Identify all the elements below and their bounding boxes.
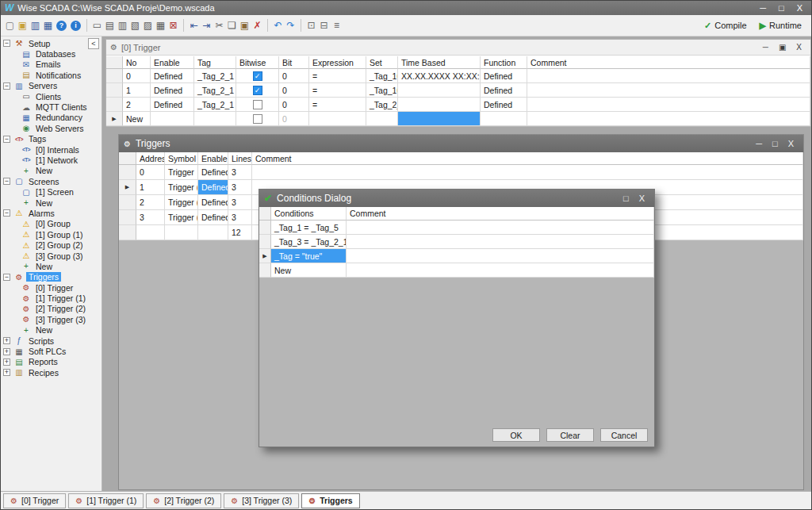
- cell-time-based[interactable]: [398, 83, 481, 98]
- cell-bitwise[interactable]: [236, 98, 279, 112]
- tree-item-tags[interactable]: −<T>Tags: [1, 134, 102, 144]
- cell-tag[interactable]: [194, 112, 236, 126]
- cell-time-based[interactable]: XX.XX.XXXX XX:XX:1X: [398, 69, 481, 83]
- cell-tag[interactable]: _Tag_2_1: [194, 69, 236, 83]
- column-header[interactable]: Lines: [228, 152, 252, 165]
- cell-symbol[interactable]: Trigger (2): [165, 195, 198, 210]
- row-selector-header[interactable]: [259, 207, 271, 220]
- tree-item-recipes[interactable]: +▥Recipes: [1, 367, 102, 378]
- cell-address[interactable]: 3: [136, 210, 165, 225]
- cell-lines[interactable]: 12: [228, 225, 252, 240]
- minimize-button[interactable]: ─: [760, 3, 766, 13]
- copy-icon[interactable]: ❏: [226, 19, 238, 33]
- new-screen-icon[interactable]: ▭: [91, 19, 103, 33]
- cell-address[interactable]: 1: [136, 180, 165, 195]
- tree-item-web-servers[interactable]: ◉Web Servers: [1, 123, 102, 133]
- cell-lines[interactable]: 3: [228, 165, 252, 180]
- cell-set[interactable]: _Tag_2_2: [366, 98, 398, 112]
- tree-item-databases[interactable]: ▤Databases: [1, 48, 102, 59]
- row-selector-header[interactable]: [119, 152, 136, 165]
- save-all-icon[interactable]: ▦: [42, 19, 54, 33]
- cell-comment[interactable]: [347, 263, 654, 278]
- cell-enable[interactable]: Defined: [198, 165, 228, 180]
- redo-icon[interactable]: ↷: [285, 19, 297, 33]
- tree-item-reports[interactable]: +▤Reports: [1, 357, 102, 367]
- tree-item-0-group[interactable]: ⚠[0] Group: [1, 219, 102, 229]
- screen-columns-icon[interactable]: ▥: [117, 19, 128, 33]
- tree-item-1-trigger-1[interactable]: ⚙[1] Trigger (1): [1, 293, 102, 303]
- cell-no[interactable]: 1: [123, 83, 151, 98]
- tab-0-trigger[interactable]: ⚙[0] Trigger: [3, 493, 66, 508]
- cell-conditions[interactable]: _Tag = "true": [271, 249, 347, 263]
- undo-icon[interactable]: ↶: [272, 19, 284, 33]
- tree-item-new[interactable]: +New: [1, 261, 102, 271]
- trigger-close-button[interactable]: X: [796, 43, 802, 52]
- cell-symbol[interactable]: Trigger (1): [165, 180, 198, 195]
- collapse-expander-icon[interactable]: −: [3, 178, 10, 185]
- row-selector[interactable]: [119, 210, 136, 225]
- cell-symbol[interactable]: Trigger (3): [165, 210, 198, 225]
- column-header[interactable]: No: [123, 56, 151, 69]
- close-button[interactable]: X: [797, 3, 802, 13]
- cancel-button[interactable]: Cancel: [600, 428, 648, 442]
- cell-bitwise[interactable]: ✓: [236, 69, 279, 83]
- screen-rows-icon[interactable]: ▤: [104, 19, 116, 33]
- tab-triggers[interactable]: ⚙Triggers: [301, 493, 359, 508]
- cell-enable[interactable]: [198, 225, 228, 240]
- cell-conditions[interactable]: _Tag_3 = _Tag_2_1: [271, 235, 347, 249]
- cell-bit[interactable]: 0: [279, 69, 309, 83]
- column-header[interactable]: Comment: [252, 152, 803, 165]
- clear-button[interactable]: Clear: [546, 428, 594, 442]
- open-project-icon[interactable]: ▣: [17, 19, 29, 33]
- help-icon[interactable]: ?: [56, 21, 67, 31]
- cell-lines[interactable]: 3: [228, 195, 252, 210]
- cell-enable[interactable]: Defined: [151, 69, 194, 83]
- cell-time-based[interactable]: [398, 112, 481, 126]
- tree-item-new[interactable]: +New: [1, 166, 102, 176]
- column-header[interactable]: Bit: [279, 56, 309, 69]
- column-header[interactable]: Address: [136, 152, 165, 165]
- sidebar-collapse-button[interactable]: <: [88, 38, 99, 49]
- cell-bit[interactable]: 0: [279, 98, 309, 112]
- row-selector[interactable]: [106, 83, 123, 98]
- screen-split-left-icon[interactable]: ▧: [129, 19, 141, 33]
- cell-no[interactable]: 0: [123, 69, 151, 83]
- cell-conditions[interactable]: _Tag_1 = _Tag_5: [271, 220, 347, 235]
- triggers-maximize-button[interactable]: □: [772, 139, 778, 148]
- tree-item-2-trigger-2[interactable]: ⚙[2] Trigger (2): [1, 304, 102, 314]
- import-icon[interactable]: ⇤: [188, 19, 200, 33]
- expand-expander-icon[interactable]: +: [3, 337, 10, 344]
- trigger-minimize-button[interactable]: ─: [763, 43, 768, 52]
- column-header[interactable]: Conditions: [271, 207, 347, 220]
- tab-2-trigger-2[interactable]: ⚙[2] Trigger (2): [146, 493, 221, 508]
- info-icon[interactable]: i: [71, 21, 81, 31]
- screen-split-right-icon[interactable]: ▨: [142, 19, 154, 33]
- triggers-minimize-button[interactable]: ─: [756, 139, 762, 148]
- cell-time-based[interactable]: [398, 98, 481, 112]
- dialog-close-button[interactable]: X: [639, 194, 645, 203]
- row-selector[interactable]: [106, 69, 123, 83]
- runtime-button[interactable]: ▶ Runtime: [760, 21, 802, 31]
- tree-item-emails[interactable]: ✉Emails: [1, 59, 102, 70]
- bitwise-checkbox[interactable]: ✓: [253, 71, 262, 81]
- cell-set[interactable]: _Tag_10: [366, 69, 398, 83]
- row-selector[interactable]: [119, 195, 136, 210]
- ok-button[interactable]: OK: [492, 428, 540, 442]
- tree-item-1-group-1[interactable]: ⚠[1] Group (1): [1, 229, 102, 240]
- cell-function[interactable]: [481, 112, 527, 126]
- tree-item-triggers[interactable]: −⚙Triggers: [1, 272, 102, 282]
- row-selector[interactable]: [119, 225, 136, 240]
- column-header[interactable]: Symbol: [165, 152, 198, 165]
- cell-comment[interactable]: [527, 83, 810, 98]
- cell-comment[interactable]: [347, 220, 654, 235]
- cut-icon[interactable]: ✂: [213, 19, 225, 33]
- column-header[interactable]: Bitwise: [236, 56, 279, 69]
- collapse-expander-icon[interactable]: −: [3, 82, 10, 90]
- cell-conditions[interactable]: New: [271, 263, 347, 278]
- column-header[interactable]: Function: [481, 56, 527, 69]
- row-selector[interactable]: [119, 165, 136, 180]
- column-header[interactable]: Tag: [194, 56, 236, 69]
- tree-item-1-screen[interactable]: ▢[1] Screen: [1, 186, 102, 197]
- tree-item-notifications[interactable]: ▤Notifications: [1, 70, 102, 80]
- cell-comment[interactable]: [527, 69, 810, 83]
